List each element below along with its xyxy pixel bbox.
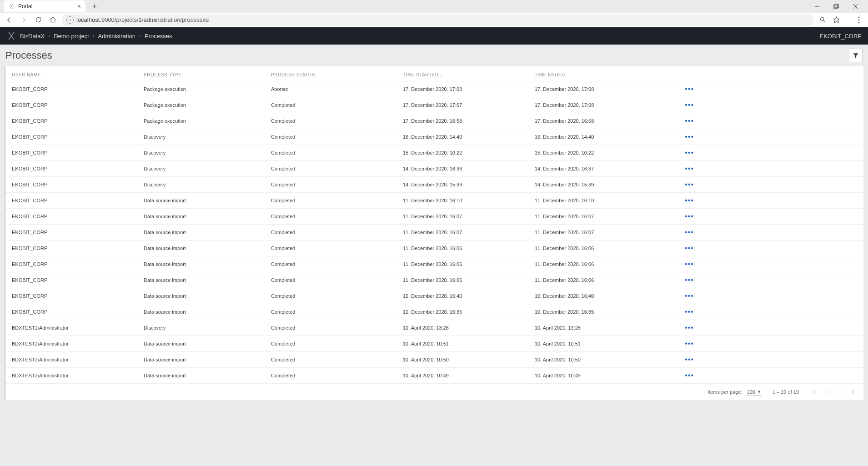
table-row[interactable]: BDXTEST2\AdministratorData source import… xyxy=(5,368,863,384)
cell-started: 10. April 2020. 10:51 xyxy=(403,341,535,346)
next-page-button[interactable] xyxy=(835,387,844,396)
first-page-button[interactable] xyxy=(810,387,819,396)
url-text: localhost:9000/projects/1/administration… xyxy=(76,16,209,23)
breadcrumb-project[interactable]: Demo project xyxy=(54,33,89,40)
svg-point-8 xyxy=(858,16,860,18)
table-row[interactable]: EKOBIT_CORPData source importCompleted10… xyxy=(5,304,863,320)
row-more-button[interactable]: ••• xyxy=(685,356,694,364)
row-more-button[interactable]: ••• xyxy=(685,212,694,220)
table-row[interactable]: EKOBIT_CORPPackage executionCompleted17.… xyxy=(5,113,863,129)
col-time-ended[interactable]: TIME ENDED xyxy=(535,72,667,77)
row-actions: ••• xyxy=(667,244,694,252)
cell-ended: 15. December 2020. 10:22 xyxy=(535,150,667,155)
row-more-button[interactable]: ••• xyxy=(685,165,694,173)
cell-type: Data source import xyxy=(144,246,271,251)
table-row[interactable]: EKOBIT_CORPData source importCompleted10… xyxy=(5,288,863,304)
row-more-button[interactable]: ••• xyxy=(685,260,694,268)
cell-user: EKOBIT_CORP xyxy=(12,102,144,108)
row-more-button[interactable]: ••• xyxy=(685,180,694,189)
cell-status: Completed xyxy=(271,357,403,362)
row-more-button[interactable]: ••• xyxy=(685,228,694,236)
table-row[interactable]: EKOBIT_CORPDiscoveryCompleted16. Decembe… xyxy=(5,129,863,145)
row-more-button[interactable]: ••• xyxy=(685,371,694,380)
new-tab-button[interactable]: + xyxy=(89,1,100,12)
row-more-button[interactable]: ••• xyxy=(685,308,694,316)
row-actions: ••• xyxy=(667,101,694,109)
table-row[interactable]: EKOBIT_CORPDiscoveryCompleted14. Decembe… xyxy=(5,161,863,177)
last-page-button[interactable] xyxy=(848,387,857,396)
cell-status: Completed xyxy=(271,373,403,378)
row-more-button[interactable]: ••• xyxy=(685,292,694,300)
forward-button[interactable] xyxy=(18,15,29,25)
table-row[interactable]: EKOBIT_CORPPackage executionCompleted17.… xyxy=(5,97,863,113)
items-per-page-label: Items per page: xyxy=(707,389,742,395)
row-more-button[interactable]: ••• xyxy=(685,340,694,348)
table-row[interactable]: BDXTEST2\AdministratorDiscoveryCompleted… xyxy=(5,320,863,336)
col-time-started[interactable]: TIME STARTED ↓ xyxy=(403,72,535,77)
filter-button[interactable] xyxy=(849,49,863,62)
row-more-button[interactable]: ••• xyxy=(685,196,694,205)
back-button[interactable] xyxy=(4,15,15,25)
pagination-range: 1 – 19 of 19 xyxy=(773,389,799,395)
row-more-button[interactable]: ••• xyxy=(685,276,694,284)
table-row[interactable]: EKOBIT_CORPDiscoveryCompleted15. Decembe… xyxy=(5,145,863,161)
table-row[interactable]: EKOBIT_CORPData source importCompleted11… xyxy=(5,241,863,256)
close-window-button[interactable] xyxy=(846,0,864,12)
maximize-button[interactable] xyxy=(827,0,845,12)
tab-close-button[interactable]: × xyxy=(77,3,81,10)
cell-type: Package execution xyxy=(144,102,271,108)
browser-tab[interactable]: Portal × xyxy=(4,0,85,12)
browser-menu-button[interactable] xyxy=(853,15,864,25)
breadcrumb-administration[interactable]: Administration xyxy=(98,33,135,40)
cell-ended: 11. December 2020. 16:06 xyxy=(535,277,667,283)
col-process-status[interactable]: PROCESS STATUS xyxy=(271,72,403,77)
zoom-icon[interactable] xyxy=(817,15,828,25)
items-per-page-select[interactable]: 100 ▾ xyxy=(746,388,762,396)
table-row[interactable]: EKOBIT_CORPPackage executionAborted17. D… xyxy=(5,81,863,97)
table-row[interactable]: EKOBIT_CORPData source importCompleted11… xyxy=(5,209,863,225)
row-more-button[interactable]: ••• xyxy=(685,85,694,93)
minimize-button[interactable] xyxy=(808,0,826,12)
row-more-button[interactable]: ••• xyxy=(685,101,694,109)
cell-type: Data source import xyxy=(144,341,271,346)
cell-status: Completed xyxy=(271,182,403,187)
row-more-button[interactable]: ••• xyxy=(685,117,694,125)
cell-ended: 11. December 2020. 16:10 xyxy=(535,198,667,203)
table-row[interactable]: EKOBIT_CORPData source importCompleted11… xyxy=(5,256,863,272)
breadcrumb-brand[interactable]: BizDataX xyxy=(20,33,45,40)
prev-page-button[interactable] xyxy=(823,387,832,396)
app-header: BizDataX › Demo project › Administration… xyxy=(0,27,868,45)
table-row[interactable]: BDXTEST2\AdministratorData source import… xyxy=(5,352,863,368)
row-more-button[interactable]: ••• xyxy=(685,149,694,157)
cell-ended: 10. December 2020. 16:35 xyxy=(535,309,667,315)
pagination-bar: Items per page: 100 ▾ 1 – 19 of 19 xyxy=(5,384,863,400)
cell-status: Aborted xyxy=(271,86,403,92)
home-button[interactable] xyxy=(47,15,58,25)
table-row[interactable]: EKOBIT_CORPDiscoveryCompleted14. Decembe… xyxy=(5,177,863,193)
reload-button[interactable] xyxy=(33,15,44,25)
cell-user: EKOBIT_CORP xyxy=(12,182,144,187)
site-info-icon[interactable]: i xyxy=(66,16,74,24)
bookmark-star-icon[interactable] xyxy=(831,15,842,25)
cell-user: EKOBIT_CORP xyxy=(12,293,144,299)
breadcrumb-processes[interactable]: Processes xyxy=(145,33,172,40)
row-more-button[interactable]: ••• xyxy=(685,133,694,141)
row-more-button[interactable]: ••• xyxy=(685,244,694,252)
cell-status: Completed xyxy=(271,166,403,171)
table-row[interactable]: EKOBIT_CORPData source importCompleted11… xyxy=(5,225,863,241)
cell-started: 10. December 2020. 16:35 xyxy=(403,309,535,315)
svg-point-5 xyxy=(820,18,824,21)
cell-ended: 10. April 2020. 10:51 xyxy=(535,341,667,346)
cell-status: Completed xyxy=(271,293,403,299)
table-row[interactable]: EKOBIT_CORPData source importCompleted11… xyxy=(5,193,863,209)
table-row[interactable]: EKOBIT_CORPData source importCompleted11… xyxy=(5,272,863,288)
table-row[interactable]: BDXTEST2\AdministratorData source import… xyxy=(5,336,863,352)
url-bar[interactable]: i localhost:9000/projects/1/administrati… xyxy=(62,14,813,26)
cell-type: Discovery xyxy=(144,325,271,331)
chevron-right-icon: › xyxy=(93,33,95,39)
row-more-button[interactable]: ••• xyxy=(685,324,694,332)
col-user-name[interactable]: USER NAME xyxy=(12,72,144,77)
col-process-type[interactable]: PROCESS TYPE xyxy=(144,72,271,77)
header-user[interactable]: EKOBIT_CORP xyxy=(820,33,862,40)
cell-status: Completed xyxy=(271,325,403,331)
